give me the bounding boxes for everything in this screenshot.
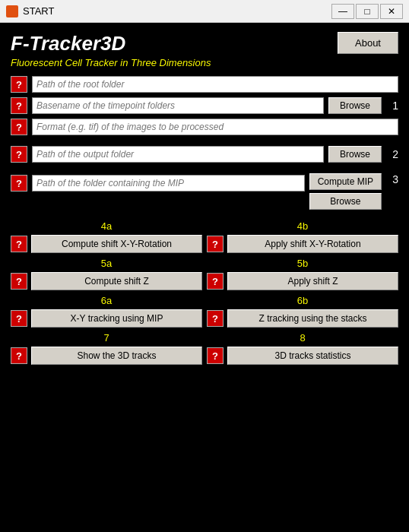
section-number-2: 2 xyxy=(386,148,398,160)
section-7-help-button[interactable]: ? xyxy=(11,347,27,364)
mip-folder-help-button[interactable]: ? xyxy=(11,175,27,192)
app-icon xyxy=(6,5,18,17)
section-6b: 6b ? Z tracking using the stacks xyxy=(207,295,398,328)
image-format-row: ? xyxy=(11,119,398,135)
section-4b-label: 4b xyxy=(297,220,308,232)
section-6b-help-button[interactable]: ? xyxy=(207,310,224,327)
section-6b-button[interactable]: Z tracking using the stacks xyxy=(227,309,398,328)
section-6b-row: ? Z tracking using the stacks xyxy=(207,309,398,328)
timepoint-folder-help-button[interactable]: ? xyxy=(11,97,27,114)
section-7-label: 7 xyxy=(103,332,109,344)
maximize-button[interactable]: □ xyxy=(356,4,379,19)
app-subtitle: Fluorescent Cell Tracker in Three Dimens… xyxy=(11,57,211,68)
section-5a-button[interactable]: Compute shift Z xyxy=(31,272,202,290)
section-8-label: 8 xyxy=(300,332,305,344)
section-6a-button[interactable]: X-Y tracking using MIP xyxy=(31,309,202,328)
section-6-row: 6a ? X-Y tracking using MIP 6b ? Z track… xyxy=(11,295,398,328)
main-content: F-Tracker3D Fluorescent Cell Tracker in … xyxy=(0,23,409,532)
section-8-button[interactable]: 3D tracks statistics xyxy=(227,347,398,365)
section-8-row: ? 3D tracks statistics xyxy=(207,347,398,365)
output-folder-row: ? Browse 2 xyxy=(11,146,398,163)
close-button[interactable]: ✕ xyxy=(380,4,403,19)
root-folder-row: ? xyxy=(11,76,398,93)
section-6a-row: ? X-Y tracking using MIP xyxy=(11,309,202,328)
section-5b-button[interactable]: Apply shift Z xyxy=(227,272,398,290)
section-4b-row: ? Apply shift X-Y-Rotation xyxy=(207,235,398,253)
section-8-help-button[interactable]: ? xyxy=(207,347,224,364)
section-5b-help-button[interactable]: ? xyxy=(207,273,224,290)
image-format-help-button[interactable]: ? xyxy=(11,119,27,135)
section-5a-label: 5a xyxy=(101,258,112,269)
minimize-button[interactable]: — xyxy=(331,4,354,19)
image-format-input[interactable] xyxy=(32,119,398,135)
title-bar: START — □ ✕ xyxy=(0,0,409,23)
mip-folder-row: ? Compute MIP Browse 3 xyxy=(11,173,398,210)
section-4a-help-button[interactable]: ? xyxy=(11,236,27,252)
output-folder-help-button[interactable]: ? xyxy=(11,146,27,163)
timepoint-folder-row: ? Browse 1 xyxy=(11,97,398,114)
section-6a-label: 6a xyxy=(101,295,112,306)
section-5b-label: 5b xyxy=(297,258,308,269)
section-7-row: ? Show the 3D tracks xyxy=(11,347,202,365)
about-button[interactable]: About xyxy=(338,32,398,54)
section-7-button[interactable]: Show the 3D tracks xyxy=(31,347,202,365)
section-5-row: 5a ? Compute shift Z 5b ? Apply shift Z xyxy=(11,258,398,290)
section-4b-help-button[interactable]: ? xyxy=(207,236,224,252)
section-number-1: 1 xyxy=(386,100,398,112)
app-title: F-Tracker3D xyxy=(11,32,211,55)
section-5a-row: ? Compute shift Z xyxy=(11,272,202,290)
root-folder-input[interactable] xyxy=(32,76,398,93)
output-folder-input[interactable] xyxy=(32,146,324,163)
output-browse-button[interactable]: Browse xyxy=(328,146,382,163)
section-5b-row: ? Apply shift Z xyxy=(207,272,398,290)
section-4a-row: ? Compute shift X-Y-Rotation xyxy=(11,235,202,253)
mip-folder-input[interactable] xyxy=(32,175,305,192)
section-number-3: 3 xyxy=(386,173,398,185)
timepoint-folder-input[interactable] xyxy=(32,97,324,114)
section-6a-help-button[interactable]: ? xyxy=(11,310,27,327)
mip-browse-button[interactable]: Browse xyxy=(309,193,382,210)
section-4a-label: 4a xyxy=(101,220,112,232)
root-folder-help-button[interactable]: ? xyxy=(11,76,27,93)
section-6b-label: 6b xyxy=(297,295,308,306)
section-5a: 5a ? Compute shift Z xyxy=(11,258,202,290)
section-4a-button[interactable]: Compute shift X-Y-Rotation xyxy=(31,235,202,253)
timepoint-browse-button[interactable]: Browse xyxy=(328,97,382,114)
section-4b-button[interactable]: Apply shift X-Y-Rotation xyxy=(227,235,398,253)
section-4a: 4a ? Compute shift X-Y-Rotation xyxy=(11,220,202,253)
section-4-row: 4a ? Compute shift X-Y-Rotation 4b ? App… xyxy=(11,220,398,253)
title-bar-text: START xyxy=(23,5,331,17)
section-7: 7 ? Show the 3D tracks xyxy=(11,332,202,365)
section-5b: 5b ? Apply shift Z xyxy=(207,258,398,290)
compute-mip-button[interactable]: Compute MIP xyxy=(309,173,382,190)
header-row: F-Tracker3D Fluorescent Cell Tracker in … xyxy=(11,32,398,68)
section-6a: 6a ? X-Y tracking using MIP xyxy=(11,295,202,328)
app-header: F-Tracker3D Fluorescent Cell Tracker in … xyxy=(11,32,211,68)
section-5a-help-button[interactable]: ? xyxy=(11,273,27,290)
section-8: 8 ? 3D tracks statistics xyxy=(207,332,398,365)
section-7-8-row: 7 ? Show the 3D tracks 8 ? 3D tracks sta… xyxy=(11,332,398,365)
mip-buttons: Compute MIP Browse xyxy=(309,173,382,210)
section-4b: 4b ? Apply shift X-Y-Rotation xyxy=(207,220,398,253)
title-bar-controls: — □ ✕ xyxy=(331,4,403,19)
